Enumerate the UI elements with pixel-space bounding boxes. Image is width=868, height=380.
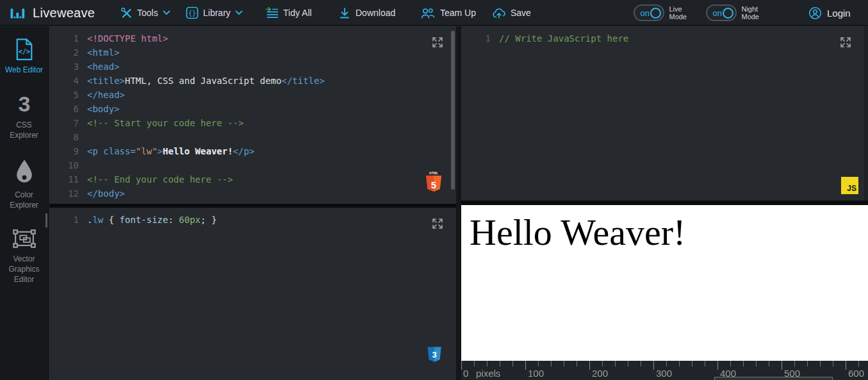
sidebar: </> Web Editor 3 CSS Explorer Color Expl… xyxy=(0,26,49,380)
css3-badge-icon: 3 xyxy=(427,346,442,364)
chevron-down-icon xyxy=(163,10,170,15)
line-number: 3 xyxy=(49,60,79,74)
ruler-tick xyxy=(807,361,808,367)
color-explorer-droplet-icon xyxy=(14,159,35,186)
tidy-all-icon xyxy=(265,6,279,19)
code-line[interactable]: 5</head> xyxy=(49,88,456,102)
download-icon xyxy=(338,7,351,19)
night-mode-toggle[interactable]: on xyxy=(706,4,737,21)
tidy-all-label: Tidy All xyxy=(283,8,312,18)
code-line[interactable]: 1<!DOCTYPE html> xyxy=(49,31,456,45)
ruler-tick xyxy=(794,361,795,367)
code-line[interactable]: 1.lw { font-size: 60px; } xyxy=(49,213,456,227)
code-line[interactable]: 6<body> xyxy=(49,102,456,116)
library-menu[interactable]: {} Library xyxy=(186,0,243,26)
code-line[interactable]: 7<!-- Start your code here --> xyxy=(49,116,456,130)
team-up-icon xyxy=(420,7,436,19)
code-line[interactable]: 11<!-- End your code here --> xyxy=(49,172,456,186)
library-label: Library xyxy=(203,8,231,18)
night-mode-toggle-group: on Night Mode xyxy=(706,4,759,21)
code-token: "lw" xyxy=(136,146,158,156)
left-horizontal-splitter[interactable] xyxy=(49,204,456,208)
code-line[interactable]: 8 xyxy=(49,130,456,144)
ruler-tick xyxy=(525,361,526,370)
sidebar-item-color-explorer[interactable]: Color Explorer xyxy=(0,159,49,210)
team-up-button[interactable]: Team Up xyxy=(420,0,476,26)
html-code-editor[interactable]: 1<!DOCTYPE html>2<html>3<head>4<title>HT… xyxy=(49,26,456,201)
login-label: Login xyxy=(827,8,851,19)
code-line[interactable]: 1// Write JavaScript here xyxy=(461,31,868,45)
ruler-tick xyxy=(628,361,628,367)
code-token: <title> xyxy=(87,76,125,86)
line-number: 11 xyxy=(49,172,79,186)
code-token: class= xyxy=(103,146,136,156)
line-number: 9 xyxy=(49,144,79,158)
ruler-tick xyxy=(666,361,667,367)
line-number: 4 xyxy=(49,74,79,88)
code-token: <!DOCTYPE html> xyxy=(87,33,168,44)
code-token: <body> xyxy=(87,104,120,114)
js-badge-text: JS xyxy=(847,184,856,193)
ruler-tick xyxy=(743,361,744,367)
code-token: <p xyxy=(87,146,103,156)
svg-text:5: 5 xyxy=(431,179,436,190)
code-line[interactable]: 2<html> xyxy=(49,45,456,60)
ruler-tick xyxy=(512,361,513,367)
ruler-tick xyxy=(487,361,487,367)
code-line[interactable]: 4<title>HTML, CSS and JavaScript demo</t… xyxy=(49,74,456,88)
tools-menu[interactable]: Tools xyxy=(120,0,170,26)
html-editor-scrollbar[interactable] xyxy=(451,31,455,190)
live-preview-pane[interactable]: Hello Weaver! xyxy=(461,205,868,361)
ruler-tick xyxy=(551,361,552,367)
brand-home-link[interactable]: Liveweave xyxy=(9,0,95,26)
expand-icon xyxy=(430,35,445,49)
ruler-tick xyxy=(705,361,705,367)
sidebar-label-web-editor: Web Editor xyxy=(4,65,45,75)
night-mode-label: Night Mode xyxy=(741,5,759,21)
js-badge: JS xyxy=(841,177,858,194)
css-expand-button[interactable] xyxy=(430,217,445,231)
library-icon: {} xyxy=(186,6,199,19)
js-expand-button[interactable] xyxy=(839,35,853,49)
ruler-tick xyxy=(858,361,859,367)
sidebar-label-css-explorer: CSS Explorer xyxy=(4,120,45,140)
sidebar-item-vector-graphics-editor[interactable]: Vector Graphics Editor xyxy=(0,228,49,285)
ruler-tick xyxy=(833,361,833,367)
tidy-all-button[interactable]: Tidy All xyxy=(265,0,312,26)
vertical-splitter[interactable] xyxy=(456,26,461,380)
login-button[interactable]: Login xyxy=(808,0,851,26)
right-horizontal-splitter[interactable] xyxy=(461,201,868,205)
ruler-tick xyxy=(602,361,603,367)
live-mode-knob xyxy=(650,8,661,19)
html5-badge-icon: HTML 5 xyxy=(424,171,443,193)
brand-name: Liveweave xyxy=(33,6,95,21)
line-number: 1 xyxy=(461,31,491,45)
js-code-editor[interactable]: 1// Write JavaScript here xyxy=(461,26,868,45)
ruler-zero-label: 0 xyxy=(463,368,468,379)
live-mode-state: on xyxy=(640,8,649,18)
sidebar-scrollbar[interactable] xyxy=(45,213,47,227)
code-line[interactable]: 3<head> xyxy=(49,60,456,74)
preview-horizontal-scrollbar[interactable] xyxy=(714,377,833,380)
sidebar-item-css-explorer[interactable]: 3 CSS Explorer xyxy=(0,93,49,140)
liveweave-logo-icon xyxy=(9,6,26,21)
code-line[interactable]: 12</body> xyxy=(49,186,456,201)
download-button[interactable]: Download xyxy=(338,0,395,26)
css-editor-pane: 1.lw { font-size: 60px; } 3 xyxy=(49,208,456,380)
ruler-label: 100 xyxy=(528,368,544,379)
html-expand-button[interactable] xyxy=(430,35,445,49)
code-line[interactable]: 9<p class="lw">Hello Weaver!</p> xyxy=(49,144,456,158)
ruler-tick xyxy=(692,361,692,367)
sidebar-label-vector-graphics-editor: Vector Graphics Editor xyxy=(4,254,45,285)
live-mode-toggle[interactable]: on xyxy=(634,4,664,21)
css-code-editor[interactable]: 1.lw { font-size: 60px; } xyxy=(49,208,456,227)
code-token: 60px xyxy=(179,215,201,225)
ruler-tick xyxy=(500,361,500,367)
ruler-tick xyxy=(615,361,616,367)
code-line[interactable]: 10 xyxy=(49,158,456,172)
html-editor-pane: 1<!DOCTYPE html>2<html>3<head>4<title>HT… xyxy=(49,26,456,204)
code-token: <!-- End your code here --> xyxy=(87,174,233,185)
save-button[interactable]: Save xyxy=(492,0,531,26)
sidebar-item-web-editor[interactable]: </> Web Editor xyxy=(0,38,49,75)
js-editor-scrollbar-track[interactable] xyxy=(864,26,868,201)
